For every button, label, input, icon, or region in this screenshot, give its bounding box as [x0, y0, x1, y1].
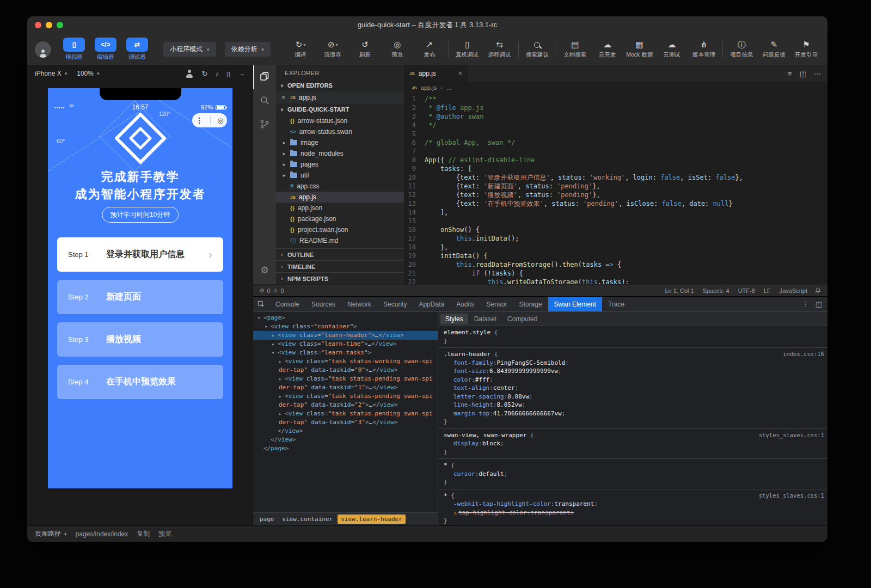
- notifications-bell-icon[interactable]: [815, 287, 821, 294]
- element-node[interactable]: ▸<view class="learn-time">…</view>: [253, 340, 438, 348]
- element-node[interactable]: ▸<view class="task status-pending swan-s…: [253, 375, 438, 392]
- preview-button[interactable]: 预览: [158, 529, 171, 538]
- tree-item-arrow-status.json[interactable]: {}arrow-status.json: [276, 115, 404, 126]
- action-clear-cache[interactable]: ⊘▾清缓存: [319, 40, 346, 59]
- breadcrumb-page[interactable]: page: [256, 514, 278, 524]
- devtools-tab-sensor[interactable]: Sensor: [481, 297, 513, 311]
- stylesheet-link[interactable]: styles_slaves.css:1: [759, 492, 824, 500]
- breadcrumb-view.container[interactable]: view.container: [279, 514, 336, 524]
- action-compile[interactable]: ↻▾编译: [287, 40, 314, 59]
- device-frame-icon[interactable]: ▯: [226, 70, 230, 78]
- tree-item-arrow-status.swan[interactable]: <>arrow-status.swan: [276, 126, 404, 137]
- styles-tab-computed[interactable]: Computed: [502, 314, 542, 324]
- element-node[interactable]: ▾<page>: [253, 314, 438, 322]
- devtools-tab-sources[interactable]: Sources: [305, 297, 341, 311]
- more-actions-icon[interactable]: ⋯: [814, 70, 821, 78]
- css-property[interactable]: font-family:PingFangSC-Semibold;: [444, 359, 824, 367]
- stylesheet-link[interactable]: styles_slaves.css:1: [759, 431, 824, 440]
- css-property[interactable]: -webkit-tap-highlight-color:transparent;: [444, 500, 824, 509]
- action-mock-data[interactable]: ▦Mock 数据: [626, 40, 653, 59]
- account-icon[interactable]: [185, 69, 194, 78]
- tree-item-node_modules[interactable]: ▸node_modules: [276, 148, 404, 159]
- step-card-1[interactable]: Step 1登录并获取用户信息›: [57, 237, 223, 272]
- action-version[interactable]: ⋔版本管理: [690, 40, 717, 59]
- breadcrumb-view.learn-header[interactable]: view.learn-header: [338, 514, 406, 524]
- zoom-select[interactable]: 100%▾: [77, 70, 99, 77]
- editor-breadcrumb[interactable]: JS app.js › ...: [404, 82, 827, 94]
- css-property[interactable]: margin-top:41.70666666666667vw;: [444, 409, 824, 418]
- split-editor-icon[interactable]: ◫: [800, 70, 806, 78]
- close-window-button[interactable]: [35, 22, 41, 28]
- mode-button-debugger[interactable]: ⇄调试器: [126, 38, 148, 61]
- status-item[interactable]: Ln 1, Col 1: [665, 287, 694, 294]
- devtools-tab-swan-element[interactable]: Swan Element: [548, 297, 602, 311]
- tree-item-app.js[interactable]: JSapp.js: [276, 192, 404, 203]
- styles-tab-dataset[interactable]: Dataset: [469, 314, 501, 324]
- status-item[interactable]: Spaces: 4: [703, 287, 729, 294]
- css-property[interactable]: ⚠tap-highlight-color:transparent;: [444, 509, 824, 517]
- css-property[interactable]: line-height:8.052vw;: [444, 401, 824, 409]
- element-node[interactable]: </view>: [253, 427, 438, 436]
- zoom-window-button[interactable]: [57, 22, 63, 28]
- element-node[interactable]: ▸<view class="learn-header">…</view>: [253, 331, 438, 340]
- step-card-4[interactable]: Step 4在手机中预览效果: [57, 365, 223, 399]
- dock-side-icon[interactable]: ◫: [815, 300, 822, 308]
- stylesheet-link[interactable]: index.css:16: [783, 350, 824, 359]
- step-card-2[interactable]: Step 2新建页面: [57, 280, 223, 314]
- element-node[interactable]: </page>: [253, 444, 438, 453]
- css-property[interactable]: letter-spacing:0.08vw;: [444, 393, 824, 401]
- action-remote-debug[interactable]: ⇆远程调试: [486, 40, 513, 59]
- mode-button-simulator[interactable]: ▯模拟器: [63, 38, 85, 61]
- tree-item-util[interactable]: ▸util: [276, 170, 404, 181]
- status-item[interactable]: JavaScript: [780, 287, 807, 294]
- tree-item-app.css[interactable]: #app.css: [276, 181, 404, 192]
- tree-item-package.json[interactable]: {}package.json: [276, 213, 404, 224]
- element-node[interactable]: ▸<view class="task status-pending swan-s…: [253, 409, 438, 427]
- tree-item-README.md[interactable]: ⓘREADME.md: [276, 235, 404, 246]
- element-node[interactable]: </view>: [253, 436, 438, 444]
- element-node[interactable]: ▸<view class="task status-working swan-s…: [253, 357, 438, 375]
- devtools-tab-trace[interactable]: Trace: [602, 297, 630, 311]
- element-node[interactable]: ▾<view class="container">: [253, 322, 438, 331]
- code-lines[interactable]: 1/**2 * @file app.js3 * @author swan4 */…: [404, 94, 827, 284]
- action-device-debug[interactable]: ▯真机调试: [453, 40, 481, 59]
- rotate-icon[interactable]: ↻: [201, 70, 207, 78]
- close-tab-icon[interactable]: ×: [458, 70, 462, 77]
- action-search-suggest[interactable]: 搜索建议: [524, 40, 551, 59]
- css-property[interactable]: color:#fff;: [444, 376, 824, 384]
- action-feedback[interactable]: ✎问题反馈: [760, 40, 788, 59]
- action-cloud-dev[interactable]: ☁云开发: [594, 40, 621, 59]
- devtools-tab-storage[interactable]: Storage: [513, 297, 548, 311]
- devtools-tab-security[interactable]: Security: [377, 297, 413, 311]
- detach-window-icon[interactable]: →: [238, 70, 245, 78]
- element-node[interactable]: ▸<view class="task status-pending swan-s…: [253, 392, 438, 409]
- action-cloud-test[interactable]: ☁云测试: [658, 40, 685, 59]
- close-app-icon[interactable]: ◎: [217, 117, 223, 125]
- activity-source-control[interactable]: [253, 113, 276, 137]
- status-item[interactable]: LF: [764, 287, 771, 294]
- action-guide[interactable]: ⚑开发引导: [793, 40, 820, 59]
- mode-button-editor[interactable]: </>编辑器: [95, 38, 116, 61]
- tree-item-image[interactable]: ▸image: [276, 137, 404, 148]
- action-publish[interactable]: ↗发布: [416, 40, 443, 59]
- menu-icon[interactable]: ≡: [788, 70, 792, 78]
- minimize-window-button[interactable]: [46, 22, 52, 28]
- step-card-3[interactable]: Step 3播放视频: [57, 322, 223, 357]
- tree-item-pages[interactable]: ▸pages: [276, 159, 404, 170]
- dropdown-mode[interactable]: 小程序模式▾: [163, 42, 216, 57]
- tree-item-project.swan.json[interactable]: {}project.swan.json: [276, 224, 404, 235]
- action-refresh[interactable]: ↺刷新: [351, 40, 378, 59]
- status-problems[interactable]: ⊘0 ⚠0: [260, 287, 284, 294]
- css-property[interactable]: font-size:6.843999999999999vw;: [444, 367, 824, 376]
- css-property[interactable]: cursor:default;: [444, 470, 824, 479]
- activity-settings[interactable]: ⚙: [253, 258, 276, 282]
- css-property[interactable]: display:block;: [444, 439, 824, 448]
- more-menu-icon[interactable]: ⋮: [195, 116, 203, 125]
- devtools-tab-audits[interactable]: Audits: [450, 297, 480, 311]
- styles-tab-styles[interactable]: Styles: [440, 314, 468, 324]
- path-dropdown[interactable]: 页面路径▾: [35, 529, 67, 538]
- dropdown-analysis[interactable]: 依赖分析▾: [225, 42, 271, 57]
- project-header[interactable]: ▾GUIDE-QUICK-START: [276, 103, 404, 115]
- tab-app-js[interactable]: JS app.js ×: [404, 65, 468, 82]
- activity-explorer[interactable]: [253, 65, 276, 89]
